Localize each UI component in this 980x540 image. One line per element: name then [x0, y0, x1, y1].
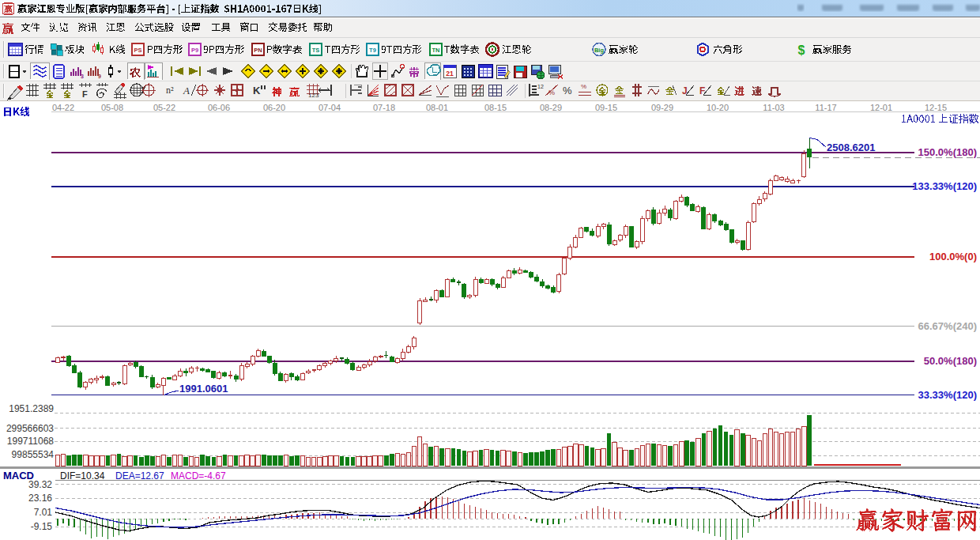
svg-text:08-01: 08-01 — [426, 103, 448, 112]
svg-text:06-20: 06-20 — [263, 103, 285, 112]
svg-text:7.01: 7.01 — [34, 507, 53, 518]
svg-text:2508.6201: 2508.6201 — [827, 142, 875, 153]
svg-text:1951.2389: 1951.2389 — [9, 403, 54, 414]
svg-text:%: % — [563, 85, 572, 96]
svg-text:T9: T9 — [369, 47, 376, 54]
svg-text:09-29: 09-29 — [651, 103, 673, 112]
svg-text:04-22: 04-22 — [52, 103, 74, 112]
svg-text:11-03: 11-03 — [763, 103, 784, 112]
svg-text:K: K — [253, 85, 261, 96]
svg-text:07-18: 07-18 — [373, 103, 395, 112]
svg-text:1991.0601: 1991.0601 — [179, 383, 228, 395]
svg-text:F: F — [82, 89, 88, 99]
svg-text:-9.15: -9.15 — [31, 521, 53, 532]
svg-text:PN: PN — [254, 47, 262, 54]
svg-text:133.33%(120): 133.33%(120) — [912, 180, 977, 192]
svg-text:3: 3 — [81, 74, 84, 79]
svg-text:Big: Big — [594, 47, 605, 54]
svg-text:9: 9 — [98, 74, 101, 79]
svg-text:23.16: 23.16 — [28, 493, 52, 504]
svg-text:%: % — [548, 89, 555, 96]
svg-text:09-15: 09-15 — [595, 103, 617, 112]
svg-text:TS: TS — [312, 47, 320, 54]
svg-text:39.32: 39.32 — [28, 479, 52, 490]
svg-text:DIF=10.34: DIF=10.34 — [60, 470, 105, 481]
svg-text:299566603: 299566603 — [6, 423, 54, 434]
svg-text:12-15: 12-15 — [925, 103, 947, 112]
svg-text:12-01: 12-01 — [870, 103, 892, 112]
svg-text:50.0%(180): 50.0%(180) — [924, 355, 977, 367]
svg-text:12: 12 — [537, 84, 544, 89]
svg-text:66.67%(240): 66.67%(240) — [918, 320, 977, 332]
svg-text:06-06: 06-06 — [208, 103, 230, 112]
svg-text:21: 21 — [446, 70, 454, 77]
svg-text:05-22: 05-22 — [153, 103, 175, 112]
svg-text:150.0%(180): 150.0%(180) — [918, 146, 977, 158]
svg-text:A: A — [183, 85, 190, 96]
svg-text:DEA=12.67: DEA=12.67 — [115, 470, 164, 481]
svg-text:08-15: 08-15 — [484, 103, 507, 112]
svg-text:100.0%(0): 100.0%(0) — [929, 251, 977, 262]
svg-text:99855534: 99855534 — [12, 449, 55, 460]
svg-text:05-08: 05-08 — [101, 103, 123, 112]
svg-text:%: % — [581, 83, 586, 90]
svg-text:MACD=-4.67: MACD=-4.67 — [171, 470, 226, 481]
svg-text:10-20: 10-20 — [707, 103, 729, 112]
svg-text:P9: P9 — [191, 47, 198, 54]
svg-text:07-04: 07-04 — [318, 103, 341, 112]
svg-text:08-29: 08-29 — [540, 103, 562, 112]
svg-text:n²: n² — [166, 85, 174, 96]
svg-text:$: $ — [798, 43, 805, 57]
svg-text:11-17: 11-17 — [815, 103, 836, 112]
svg-text:33.33%(120): 33.33%(120) — [918, 389, 977, 401]
svg-text:TN: TN — [432, 47, 440, 54]
svg-text:123: 123 — [308, 92, 319, 99]
svg-text:199711068: 199711068 — [7, 436, 55, 447]
svg-text:PS: PS — [134, 47, 141, 54]
